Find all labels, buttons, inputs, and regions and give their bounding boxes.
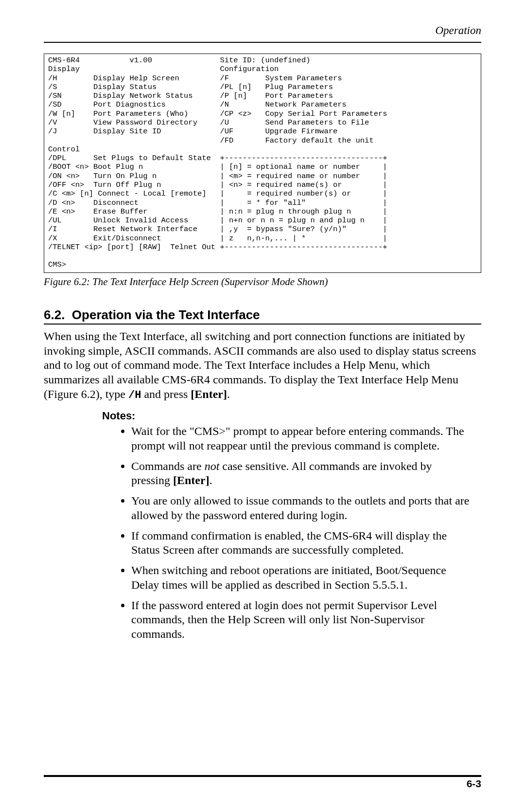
header-rule xyxy=(44,42,481,43)
enter-key: [Enter] xyxy=(173,474,210,487)
section-heading: 6.2. Operation via the Text Interface xyxy=(44,307,481,325)
body-paragraph: When using the Text Interface, all switc… xyxy=(44,329,481,402)
note2-a: Commands are xyxy=(131,460,205,472)
enter-key: [Enter] xyxy=(191,388,227,400)
section-title: Operation via the Text Interface xyxy=(72,307,260,322)
page-number: 6-3 xyxy=(44,778,481,790)
body-text-a: When using the Text Interface, all switc… xyxy=(44,330,476,400)
page: Operation CMS-6R4 v1.00 Site ID: (undefi… xyxy=(0,0,525,812)
body-text-b: and press xyxy=(141,388,191,400)
list-item: You are only allowed to issue commands t… xyxy=(131,494,476,523)
running-header: Operation xyxy=(44,24,481,38)
notes-heading: Notes: xyxy=(102,410,481,422)
inline-command: /H xyxy=(128,389,141,401)
note2-c: . xyxy=(210,474,212,487)
body-text-c: . xyxy=(227,388,230,400)
list-item: Wait for the "CMS>" prompt to appear bef… xyxy=(131,424,476,453)
notes-list: Wait for the "CMS>" prompt to appear bef… xyxy=(44,424,481,642)
list-item: Commands are not case sensitive. All com… xyxy=(131,459,476,488)
list-item: If the password entered at login does no… xyxy=(131,598,476,642)
footer: 6-3 xyxy=(44,775,481,790)
section-number: 6.2. xyxy=(44,307,65,322)
list-item: If command confirmation is enabled, the … xyxy=(131,529,476,558)
footer-rule xyxy=(44,775,481,777)
figure-caption: Figure 6.2: The Text Interface Help Scre… xyxy=(44,276,481,288)
list-item: When switching and reboot operations are… xyxy=(131,563,476,593)
help-screen-code-block: CMS-6R4 v1.00 Site ID: (undefined) Displ… xyxy=(44,54,481,273)
note2-emphasis: not xyxy=(205,460,220,472)
